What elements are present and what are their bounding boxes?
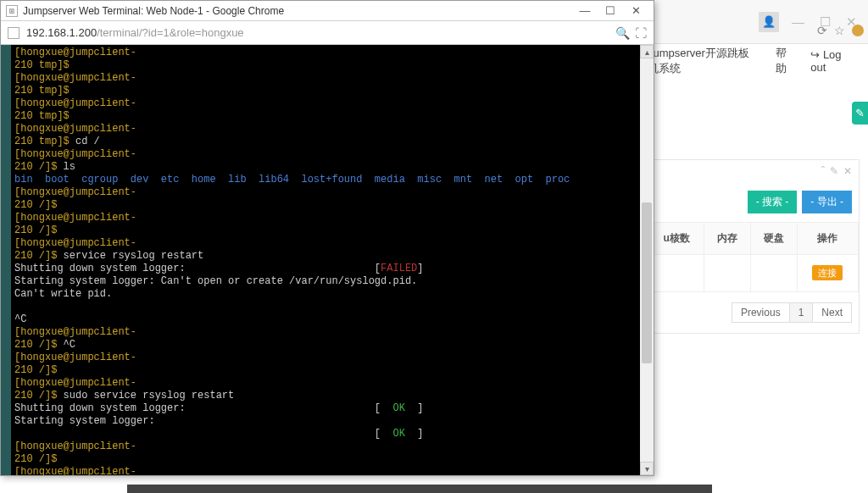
page-prev[interactable]: Previous [732,302,790,323]
th-mem: 内存 [704,223,751,255]
nav-logout[interactable]: ↪ Log out [810,48,851,74]
bg-header-nav: Jumpserver开源跳板机系统 帮助 ↪ Log out [648,47,868,75]
terminal[interactable]: [hongxue@jumpclient-210 tmp]$ [hongxue@j… [11,45,640,475]
side-float-button[interactable]: ✎ [852,102,868,125]
zoom-icon[interactable]: 🔍 [615,26,630,40]
th-cpu: u核数 [649,223,704,255]
addr-favicon-icon [8,27,19,39]
refresh-icon[interactable]: ⟳ [817,24,827,37]
address-bar[interactable]: 192.168.1.200/terminal/?id=1&role=hongxu… [1,21,654,45]
th-disk: 硬盘 [751,223,798,255]
scroll-up-icon[interactable]: ▴ [640,45,654,58]
translate-icon[interactable]: ⛶ [635,26,647,40]
connect-button[interactable]: 连接 [812,265,843,280]
page-favicon-icon: 🗎 [6,5,18,17]
popup-titlebar[interactable]: 🗎 Jumpserver Web Terminal: Web Node-1 - … [1,1,654,21]
scroll-thumb[interactable] [642,202,652,363]
panel-tools: ˆ ✎ ✕ [648,160,859,182]
close-button[interactable]: ✕ [623,4,648,17]
page-next[interactable]: Next [812,302,852,323]
maximize-button[interactable]: ☐ [598,4,623,17]
scroll-down-icon[interactable]: ▾ [640,462,654,475]
bg-panel: ˆ ✎ ✕ - 搜索 - - 导出 - u核数 内存 硬盘 操作 连接 Prev… [648,159,860,334]
nav-help[interactable]: 帮助 [776,46,793,76]
extension-icon[interactable] [852,25,864,36]
page-1[interactable]: 1 [789,302,814,323]
panel-collapse-icon[interactable]: ˆ [821,165,825,177]
terminal-sidebar [1,45,11,475]
scroll-track[interactable] [640,58,654,462]
window-title: Jumpserver Web Terminal: Web Node-1 - Go… [23,5,572,17]
nav-jumpserver[interactable]: Jumpserver开源跳板机系统 [648,46,759,76]
url-text: 192.168.1.200/terminal/?id=1&role=hongxu… [26,26,610,39]
terminal-popup-window: 🗎 Jumpserver Web Terminal: Web Node-1 - … [0,0,654,476]
pagination: Previous 1 Next [648,292,859,333]
asset-table: u核数 内存 硬盘 操作 连接 [648,222,859,292]
search-button[interactable]: - 搜索 - [748,191,798,213]
panel-close-icon[interactable]: ✕ [843,165,852,177]
table-header-row: u核数 内存 硬盘 操作 [649,223,859,255]
panel-settings-icon[interactable]: ✎ [830,165,838,177]
star-icon[interactable]: ☆ [834,24,845,37]
minimize-button[interactable]: — [572,4,598,17]
export-button[interactable]: - 导出 - [802,191,852,213]
bg-url-icons: ⟳ ☆ [652,19,864,42]
th-op: 操作 [797,223,858,255]
terminal-scrollbar[interactable]: ▴ ▾ [640,45,654,475]
taskbar-shadow [127,485,712,493]
table-row: 连接 [649,255,859,292]
